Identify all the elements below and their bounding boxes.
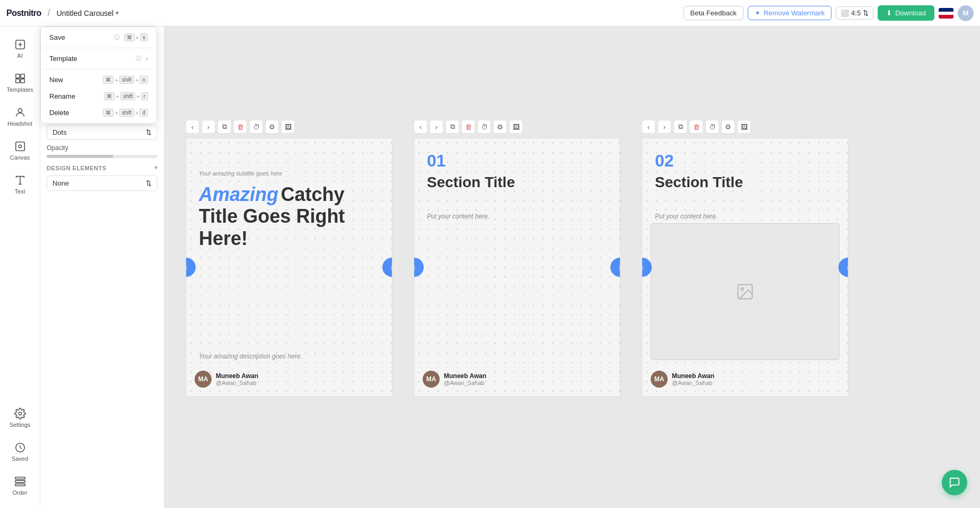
svg-point-13 [741,288,744,291]
sidebar-label-templates: Templates [6,86,33,93]
slide3-author-info: Muneeb Awan @Awan_Sahab [672,372,714,386]
sidebar-item-canvas[interactable]: Canvas [2,135,38,167]
slide1-toolbar-equalizer[interactable]: ⚙ [265,120,279,134]
chat-icon [949,477,960,488]
design-elements-section-title: DESIGN ELEMENTS ▾ [47,164,158,171]
slide2-author-avatar: MA [423,371,440,388]
aspect-ratio-control[interactable]: ⬜ 4:5 ⇅ [836,6,873,20]
save-info-icon: ⓘ [114,33,120,41]
sidebar-label-settings: Settings [10,422,31,428]
slide3-toolbar-clock[interactable]: ⏱ [705,120,719,134]
slide2-toolbar-copy[interactable]: ⧉ [445,120,459,134]
slide-3: 02 Section Title Put your content here. … [642,138,848,397]
slide3-toolbar-copy[interactable]: ⧉ [673,120,687,134]
delete-label: Delete [49,109,99,117]
slide2-title: Section Title [427,173,515,191]
slide3-author-row: MA Muneeb Awan @Awan_Sahab [651,371,714,388]
beta-feedback-button[interactable]: Beta Feedback [684,6,743,20]
slide1-toolbar-copy[interactable]: ⧉ [217,120,231,134]
document-title-text: Untitled Carousel [57,9,113,17]
svg-rect-11 [15,484,24,486]
opacity-slider[interactable] [47,155,158,158]
slide1-subtitle: Your amazing subtitle goes here [199,170,282,177]
slide2-number: 01 [427,151,446,171]
dropdown-item-delete[interactable]: Delete ⌘ + shift + d [41,104,156,121]
slide2-author-info: Muneeb Awan @Awan_Sahab [444,372,486,386]
slide1-toolbar-clock[interactable]: ⏱ [249,120,263,134]
svg-point-7 [19,145,22,148]
dropdown-item-rename[interactable]: Rename ⌘ + shift + r [41,88,156,104]
title-dropdown-caret: ▾ [116,10,119,16]
saved-icon [14,442,26,453]
bg-pattern-select[interactable]: Dots ⇅ [47,125,158,140]
download-button[interactable]: ⬇ Download [878,5,934,21]
svg-rect-1 [15,74,19,78]
user-avatar[interactable]: M [958,5,974,21]
download-icon: ⬇ [886,9,892,17]
aspect-ratio-icon: ⬜ [841,9,849,17]
slide1-toolbar: ‹ › ⧉ 🗑 ⏱ ⚙ 🖼 [186,120,295,134]
design-elements-select[interactable]: None ⇅ [47,176,158,191]
settings-icon [14,408,26,419]
sidebar-item-saved[interactable]: Saved [2,436,38,468]
remove-watermark-button[interactable]: ✦ Remove Watermark [748,6,832,20]
aspect-ratio-stepper[interactable]: ⇅ [863,9,869,17]
headshot-icon [14,107,26,118]
sidebar-item-settings[interactable]: Settings [2,402,38,434]
slide3-toolbar-image[interactable]: 🖼 [737,120,751,134]
slide3-author-name: Muneeb Awan [672,372,714,380]
image-placeholder-icon [736,282,755,301]
design-elements-chevron[interactable]: ▾ [154,164,158,171]
slide2-toolbar-right-arrow[interactable]: › [430,120,443,134]
canvas-icon [14,141,26,152]
slide1-toolbar-right-arrow[interactable]: › [202,120,215,134]
slide3-image-placeholder[interactable] [651,223,839,360]
slide3-toolbar-right-arrow[interactable]: › [658,120,671,134]
document-title[interactable]: Untitled Carousel ▾ [57,9,119,17]
breadcrumb-slash: / [48,7,50,19]
slide2-toolbar-clock[interactable]: ⏱ [477,120,491,134]
dropdown-item-save[interactable]: Save ⓘ ⌘ + s [41,29,156,46]
slide3-author-handle: @Awan_Sahab [672,380,714,386]
sidebar-item-order[interactable]: Order [2,470,38,502]
slide1-title-amazing: Amazing [199,183,278,205]
slide3-author-avatar: MA [651,371,668,388]
dropdown-item-template[interactable]: Template ⓘ › [41,50,156,67]
sidebar-item-text[interactable]: Text [2,169,38,200]
slide2-author-handle: @Awan_Sahab [444,380,486,386]
chat-button[interactable] [942,470,967,495]
delete-shortcut: ⌘ + shift + d [103,109,148,117]
template-arrow-icon: › [146,55,148,63]
language-flag[interactable] [939,8,953,19]
save-label: Save [49,33,109,41]
slide3-toolbar-left-arrow[interactable]: ‹ [642,120,655,134]
slide2-author-row: MA Muneeb Awan @Awan_Sahab [423,371,486,388]
template-label: Template [49,55,130,63]
sidebar-item-templates[interactable]: Templates [2,67,38,99]
slide1-toolbar-delete[interactable]: 🗑 [233,120,247,134]
sidebar-label-order: Order [12,489,27,496]
slide2-author-name: Muneeb Awan [444,372,486,380]
slide1-author-avatar: MA [195,371,212,388]
slide1-toolbar-image[interactable]: 🖼 [281,120,295,134]
slide1-toolbar-left-arrow[interactable]: ‹ [186,120,199,134]
sidebar-item-headshot[interactable]: Headshot [2,101,38,133]
slide2-toolbar-image[interactable]: 🖼 [509,120,523,134]
ai-icon [14,39,26,50]
dropdown-item-new[interactable]: New ⌘ + shift + n [41,72,156,88]
svg-rect-6 [15,142,24,151]
slide2-content: Put your content here. [427,213,489,220]
slide2-toolbar-equalizer[interactable]: ⚙ [493,120,507,134]
slide3-toolbar: ‹ › ⧉ 🗑 ⏱ ⚙ 🖼 [642,120,751,134]
slide3-toolbar-equalizer[interactable]: ⚙ [721,120,735,134]
sidebar-item-ai[interactable]: AI [2,33,38,65]
slide2-toolbar-left-arrow[interactable]: ‹ [414,120,427,134]
file-dropdown-menu: Save ⓘ ⌘ + s Template ⓘ › New ⌘ + shift … [40,27,157,124]
slide3-content: Put your content here. [655,213,718,220]
slide3-toolbar-delete[interactable]: 🗑 [689,120,703,134]
rename-shortcut: ⌘ + shift + r [104,92,148,100]
sidebar-label-text: Text [14,188,25,195]
remove-watermark-label: Remove Watermark [764,9,825,17]
slide2-toolbar-delete[interactable]: 🗑 [461,120,475,134]
slide-1: Your amazing subtitle goes here Amazing … [186,138,392,397]
